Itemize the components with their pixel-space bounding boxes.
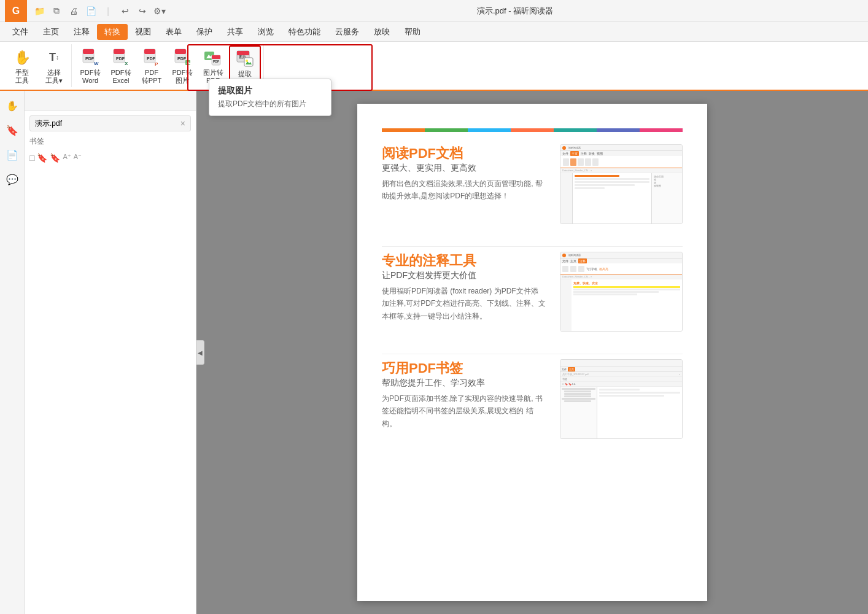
svg-text:PDF: PDF: [213, 60, 219, 63]
svg-rect-9: [144, 49, 155, 54]
filename-bar: ×: [29, 115, 191, 131]
svg-text:X: X: [125, 61, 128, 66]
thumbnail-3: 文件 主页 员工手册_20120917.pdf× 书签 □ 🔖 🔖 A A: [560, 359, 683, 439]
titlebar-toolbar: 📁 ⧉ 🖨 📄 | ↩ ↪ ⚙▾: [32, 4, 167, 18]
pdf-to-image-label: PDF转图片: [172, 69, 193, 85]
tooltip-popup: 提取图片 提取PDF文档中的所有图片: [209, 79, 331, 116]
bookmark-toolbar: □ 🔖 🔖 A⁺ A⁻: [29, 150, 191, 165]
redo-icon[interactable]: ↪: [135, 4, 150, 18]
select-tool-label: 选择工具▾: [45, 69, 63, 85]
svg-text:PDF: PDF: [177, 56, 187, 61]
menu-view[interactable]: 视图: [128, 24, 158, 40]
separator: |: [101, 4, 115, 18]
tooltip-title: 提取图片: [218, 85, 322, 96]
menu-cloud[interactable]: 云服务: [328, 24, 366, 40]
bookmark-tool-5[interactable]: A⁻: [74, 153, 82, 163]
section1-title: 阅读PDF文档: [382, 144, 548, 163]
image-to-pdf-icon: PDF: [202, 48, 224, 68]
pdf-to-excel-button[interactable]: PDF X PDF转Excel: [106, 45, 136, 87]
pdf-to-excel-icon: PDF X: [110, 48, 132, 68]
window-title: 演示.pdf - 福昕阅读器: [167, 6, 863, 17]
section2-subtitle: 让PDF文档发挥更大价值: [382, 270, 548, 281]
svg-text:W: W: [94, 61, 99, 66]
select-tool-button[interactable]: T↕ 选择工具▾: [39, 45, 69, 87]
svg-rect-5: [114, 49, 125, 54]
tooltip-description: 提取PDF文档中的所有图片: [218, 99, 322, 109]
select-tool-icon: T↕: [43, 48, 65, 68]
section2-title: 专业的注释工具: [382, 252, 548, 270]
pdf-to-ppt-button[interactable]: PDF P PDF转PPT: [137, 45, 166, 87]
menu-file[interactable]: 文件: [5, 24, 36, 40]
bookmark-tool-4[interactable]: A⁺: [63, 153, 71, 163]
pdf-to-ppt-icon: PDF P: [141, 48, 163, 68]
menu-help[interactable]: 帮助: [397, 24, 428, 40]
menu-form[interactable]: 表单: [158, 24, 189, 40]
menu-slideshow[interactable]: 放映: [366, 24, 397, 40]
customize-icon[interactable]: ⚙▾: [152, 4, 167, 18]
hand-tool-label: 手型工具: [15, 69, 29, 85]
titlebar: G 📁 ⧉ 🖨 📄 | ↩ ↪ ⚙▾ 演示.pdf - 福昕阅读器: [0, 0, 868, 22]
section3-body: 为PDF页面添加书签,除了实现内容的快速导航, 书签还能指明不同书签的层级关系,…: [382, 392, 548, 430]
section2-body: 使用福昕PDF阅读器 (foxit reader) 为PDF文件添 加注释,可对…: [382, 285, 548, 322]
color-bar: [382, 128, 683, 132]
thumbnail-2: 福昕阅读器 文件 主页 注释 T打字机: [560, 252, 683, 332]
hand-tool-button[interactable]: ✋ 手型工具: [7, 45, 37, 87]
hand-tool-icon: ✋: [11, 48, 33, 68]
svg-rect-13: [175, 49, 186, 54]
section3-subtitle: 帮助您提升工作、学习效率: [382, 378, 548, 389]
pdf-to-word-button[interactable]: PDF W PDF转Word: [76, 45, 105, 87]
pdf-to-excel-label: PDF转Excel: [111, 69, 131, 85]
menu-annotate[interactable]: 注释: [66, 24, 97, 40]
sidebar: ✋ 🔖 📄 💬: [0, 91, 25, 614]
section1-body: 拥有出色的文档渲染效果,强大的页面管理功能, 帮助提升效率,是您阅读PDF的理想…: [382, 177, 548, 203]
pdf-to-ppt-label: PDF转PPT: [142, 69, 161, 85]
svg-rect-23: [237, 51, 249, 55]
svg-rect-25: [244, 58, 253, 66]
menu-home[interactable]: 主页: [36, 24, 66, 40]
svg-text:PDF: PDF: [147, 56, 156, 61]
sidebar-page-icon[interactable]: 📄: [2, 145, 22, 165]
menu-convert[interactable]: 转换: [97, 24, 128, 40]
content-area: ◀ 阅读PDF文档 更强大、更实用、更高效 拥有出色的文档渲染效果,: [196, 91, 868, 614]
svg-rect-20: [212, 55, 220, 59]
bookmark-tool-2[interactable]: 🔖: [37, 153, 47, 163]
undo-icon[interactable]: ↩: [118, 4, 133, 18]
filename-close-button[interactable]: ×: [180, 119, 185, 128]
sidebar-bookmark-icon[interactable]: 🔖: [2, 120, 22, 140]
tools-group: ✋ 手型工具 T↕ 选择工具▾: [5, 44, 72, 87]
thumbnail-1: 福昕阅读器 文件 主页 注释 转换 视图: [560, 144, 683, 224]
pdf-preview: 阅读PDF文档 更强大、更实用、更高效 拥有出色的文档渲染效果,强大的页面管理功…: [357, 104, 707, 601]
divider-2: [382, 354, 683, 354]
copy-icon[interactable]: ⧉: [49, 4, 64, 18]
divider-1: [382, 246, 683, 247]
menu-share[interactable]: 共享: [220, 24, 250, 40]
bookmark-tool-3[interactable]: 🔖: [50, 153, 60, 163]
svg-text:P: P: [155, 61, 158, 67]
sidebar-comment-icon[interactable]: 💬: [2, 169, 22, 189]
folder-icon[interactable]: 📁: [32, 4, 47, 18]
section1-subtitle: 更强大、更实用、更高效: [382, 163, 548, 174]
menu-protect[interactable]: 保护: [189, 24, 220, 40]
sidebar-hand-icon[interactable]: ✋: [2, 96, 22, 115]
menu-features[interactable]: 特色功能: [281, 24, 328, 40]
pdf-section-1: 阅读PDF文档 更强大、更实用、更高效 拥有出色的文档渲染效果,强大的页面管理功…: [382, 144, 683, 224]
panel: × 书签 □ 🔖 🔖 A⁺ A⁻: [25, 91, 196, 614]
new-doc-icon[interactable]: 📄: [83, 4, 98, 18]
logo-icon: G: [12, 6, 20, 17]
pdf-section-3: 巧用PDF书签 帮助您提升工作、学习效率 为PDF页面添加书签,除了实现内容的快…: [382, 359, 683, 439]
pdf-to-word-label: PDF转Word: [80, 69, 101, 85]
svg-point-27: [246, 60, 248, 62]
extract-image-icon: 图片: [234, 49, 256, 69]
panel-content: × 书签 □ 🔖 🔖 A⁺ A⁻: [25, 111, 196, 614]
menubar: 文件 主页 注释 转换 视图 表单 保护 共享 浏览 特色功能 云服务 放映 帮…: [0, 22, 868, 42]
bookmark-tool-1[interactable]: □: [29, 153, 34, 163]
pdf-to-word-icon: PDF W: [79, 48, 101, 68]
filename-input[interactable]: [35, 119, 180, 128]
print-icon[interactable]: 🖨: [66, 4, 81, 18]
logo-button[interactable]: G: [5, 0, 27, 22]
collapse-panel-button[interactable]: ◀: [196, 340, 204, 365]
svg-text:PDF: PDF: [116, 56, 125, 61]
pdf-to-image-button[interactable]: PDF PDF转图片: [168, 45, 197, 87]
svg-rect-1: [83, 49, 94, 54]
menu-browse[interactable]: 浏览: [250, 24, 281, 40]
